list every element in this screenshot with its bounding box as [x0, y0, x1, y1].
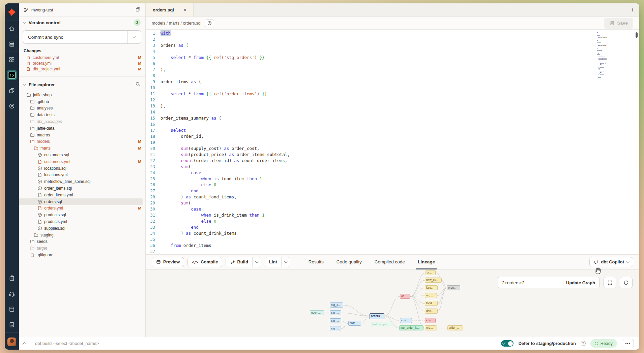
tab-orders-sql[interactable]: orders.sql × — [146, 3, 194, 17]
fullscreen-button[interactable] — [604, 277, 616, 288]
tab-code-quality[interactable]: Code quality — [336, 255, 362, 269]
lineage-node[interactable]: stg_... — [330, 310, 341, 315]
code-line[interactable]: 24 case — [146, 170, 614, 176]
lineage-node[interactable]: orde... — [348, 321, 361, 326]
code-line[interactable]: 27 end — [146, 188, 614, 194]
code-line[interactable]: 6 — [146, 61, 614, 67]
code-line[interactable]: 20 sum(supply_cost) as order_cost, — [146, 146, 614, 152]
code-line[interactable]: 8 — [146, 73, 614, 79]
nav-dashboard[interactable] — [5, 52, 19, 67]
file-explorer-header[interactable]: File explorer — [19, 79, 145, 90]
tree-item[interactable]: .github — [19, 98, 145, 105]
changed-file-row[interactable]: orders.yml M — [19, 60, 145, 66]
lint-dropdown[interactable] — [281, 257, 290, 267]
lineage-node[interactable]: orde... — [447, 285, 460, 290]
tree-item[interactable]: dbt_packages — [19, 118, 145, 125]
code-line[interactable]: 23 sum( — [146, 164, 614, 170]
code-line[interactable]: 2 — [146, 36, 614, 42]
code-line[interactable]: 10 — [146, 85, 614, 91]
code-line[interactable]: 17 select — [146, 127, 614, 133]
nav-tasks[interactable] — [5, 270, 19, 286]
changed-file-row[interactable]: customers.yml M — [19, 55, 145, 60]
nav-support[interactable] — [5, 286, 19, 301]
user-avatar[interactable] — [7, 338, 16, 346]
code-line[interactable]: 26 else 0 — [146, 182, 614, 188]
code-line[interactable]: 25 when is_food_item then 1 — [146, 176, 614, 182]
close-tab-icon[interactable]: × — [183, 7, 186, 13]
lineage-node[interactable]: or.... — [426, 270, 436, 275]
code-line[interactable]: 34 ) as count_drink_items — [146, 230, 614, 236]
code-line[interactable]: 18 order_id, — [146, 133, 614, 139]
nav-explore[interactable] — [5, 98, 19, 114]
lineage-node[interactable]: cust... — [400, 318, 412, 323]
code-line[interactable]: 33 end — [146, 224, 614, 230]
tree-item[interactable]: supplies.sql — [19, 225, 145, 232]
code-line[interactable]: 16 — [146, 121, 614, 127]
lineage-node[interactable]: cus... — [425, 318, 436, 323]
lineage-node[interactable]: or... — [400, 294, 410, 299]
tree-item[interactable]: orders.sql — [19, 198, 143, 205]
lineage-node[interactable]: test_order_it... — [399, 325, 423, 330]
tree-item[interactable]: macros — [19, 132, 145, 138]
tab-compiled-code[interactable]: Compiled code — [375, 255, 405, 269]
tree-item[interactable]: customers.sql — [19, 152, 145, 158]
tree-item[interactable]: target — [19, 245, 145, 252]
minimap[interactable] — [595, 32, 616, 79]
code-line[interactable]: 1with — [146, 30, 614, 36]
tree-item[interactable]: products.yml — [19, 218, 145, 225]
build-dropdown[interactable] — [252, 257, 261, 267]
branch-name[interactable]: mwong-test — [31, 8, 133, 12]
version-control-header[interactable]: Version control 3 — [19, 17, 145, 28]
tab-lineage[interactable]: Lineage — [418, 255, 435, 269]
code-line[interactable]: 4 — [146, 49, 614, 55]
nav-terminal[interactable] — [5, 317, 19, 332]
dbt-logo[interactable] — [5, 3, 19, 21]
commit-dropdown-button[interactable] — [127, 31, 141, 43]
tree-item[interactable]: jaffle-shop — [19, 92, 145, 98]
dbt-command-input[interactable] — [35, 341, 496, 346]
commit-and-sync-button[interactable]: Commit and sync — [23, 30, 141, 44]
lineage-node[interactable]: stg_... — [330, 318, 341, 323]
defer-toggle[interactable] — [501, 340, 514, 347]
nav-environments[interactable] — [5, 36, 19, 52]
dbt-copilot-button[interactable]: dbt Copilot — [589, 257, 633, 267]
nav-projects[interactable] — [5, 83, 19, 98]
lint-button[interactable]: Lint — [265, 257, 290, 267]
lineage-node[interactable]: stg_... — [330, 326, 341, 331]
tree-item[interactable]: analyses — [19, 105, 145, 112]
tree-item[interactable]: locations.yml — [19, 172, 145, 179]
tree-item[interactable]: order_items.yml — [19, 192, 145, 198]
commit-and-sync-label[interactable]: Commit and sync — [23, 31, 127, 43]
lineage-node[interactable]: new_cu... — [425, 278, 442, 283]
tree-item[interactable]: staging — [19, 232, 145, 238]
chevron-up-icon[interactable] — [22, 342, 26, 346]
tab-results[interactable]: Results — [309, 255, 324, 269]
code-line[interactable]: 37 — [146, 249, 614, 254]
lineage-node[interactable]: ecom.... — [310, 310, 324, 315]
code-line[interactable]: 11 select * from {{ ref('order_items') }… — [146, 91, 614, 97]
nav-home[interactable] — [5, 21, 19, 36]
code-line[interactable]: 29 sum( — [146, 200, 614, 206]
copy-branch-button[interactable] — [135, 7, 141, 13]
nav-ide-active[interactable] — [7, 70, 17, 80]
lineage-node[interactable]: ord... — [425, 325, 437, 330]
breadcrumb[interactable]: models / marts / orders.sql — [152, 21, 201, 26]
code-line[interactable]: 21 sum(product_price) as order_items_sub… — [146, 152, 614, 158]
save-button[interactable]: Save — [604, 18, 633, 29]
lineage-node[interactable]: drin... — [425, 309, 438, 314]
more-options-button[interactable]: ••• — [622, 339, 634, 348]
code-editor[interactable]: 1with23orders as (45 select * from {{ re… — [146, 30, 639, 254]
lineage-node[interactable]: orders — [370, 313, 384, 319]
view-lineage-button[interactable] — [205, 19, 214, 27]
lineage-node[interactable]: test_supply... — [371, 322, 393, 327]
tree-item[interactable]: jaffle-data — [19, 125, 145, 132]
code-line[interactable]: 12 — [146, 97, 614, 103]
code-line[interactable]: 32 else 0 — [146, 218, 614, 224]
lineage-node[interactable]: ord... — [425, 293, 437, 298]
tree-item[interactable]: order_items.sql — [19, 185, 145, 192]
help-icon[interactable]: ? — [581, 341, 586, 346]
new-tab-button[interactable]: + — [626, 3, 639, 17]
tree-item[interactable]: models M — [19, 138, 145, 145]
code-line[interactable]: 30 case — [146, 206, 614, 212]
lineage-selector-input[interactable] — [498, 277, 562, 288]
